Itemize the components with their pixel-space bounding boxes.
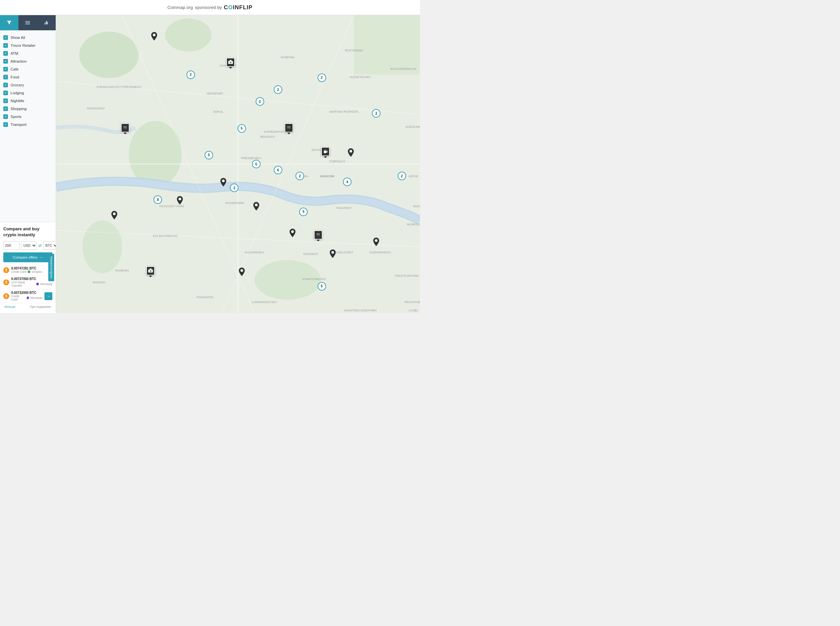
- filter-attraction[interactable]: Attraction: [3, 57, 53, 65]
- filter-grocery[interactable]: Grocery: [3, 81, 53, 89]
- offer-amount-2: 0.00737000 BTC: [11, 277, 52, 281]
- crypto-widget: Reward program 💬 Compare and buy crypto …: [0, 222, 56, 313]
- filter-atm[interactable]: ATM: [3, 49, 53, 57]
- map-pin-7[interactable]: [253, 202, 259, 212]
- map-pin-2[interactable]: [121, 123, 130, 135]
- map-cluster-6[interactable]: 5: [205, 151, 213, 160]
- filter-label-cafe: Cafe: [11, 67, 19, 71]
- map-cluster-7[interactable]: 5: [252, 160, 261, 168]
- offer-amount-3: 0.00732000 BTC: [11, 291, 42, 294]
- checkbox-grocery[interactable]: [3, 83, 8, 87]
- checkbox-nightlife[interactable]: [3, 99, 8, 103]
- map-pin-0[interactable]: [151, 32, 157, 42]
- map-pin-12[interactable]: [373, 238, 379, 247]
- svg-point-74: [317, 233, 317, 234]
- offer-amount-1: 0.00747281 BTC: [11, 266, 52, 270]
- map-cluster-13[interactable]: 8: [153, 196, 162, 204]
- map-pin-3[interactable]: [285, 123, 293, 135]
- checkbox-shopping[interactable]: [3, 106, 8, 111]
- filter-label-show-all: Show All: [11, 36, 25, 39]
- btc-icon-3: ₿: [3, 293, 9, 299]
- svg-point-76: [332, 251, 334, 254]
- map-cluster-9[interactable]: 2: [296, 172, 304, 180]
- map-cluster-12[interactable]: 2: [230, 183, 238, 192]
- offer-arrow-3[interactable]: →: [44, 292, 52, 300]
- filter-food[interactable]: Food: [3, 73, 53, 81]
- map-cluster-3[interactable]: 2: [256, 97, 264, 106]
- map-container[interactable]: LIKHOBORY MARFINO ROSTOKINO ALEXEYEVSKY …: [56, 15, 420, 313]
- map-cluster-14[interactable]: 5: [299, 208, 308, 216]
- checkbox-lodging[interactable]: [3, 91, 8, 95]
- compare-arrow-icon: →: [39, 255, 43, 259]
- compare-offers-button[interactable]: Compare offers →: [3, 252, 52, 262]
- filter-show-all[interactable]: Show All: [3, 34, 53, 42]
- map-pin-15[interactable]: [146, 266, 155, 277]
- checkbox-sports[interactable]: [3, 114, 8, 119]
- filter-shopping[interactable]: Shopping: [3, 105, 53, 113]
- map-cluster-5[interactable]: 5: [238, 124, 246, 133]
- provider-dot-moonpay-3: [27, 297, 29, 299]
- filter-label-lodging: Lodging: [11, 91, 24, 95]
- map-pin-4[interactable]: [321, 147, 330, 158]
- offer-row-3: ₿ 0.00732000 BTC Credit Card Moonpay →: [3, 289, 52, 303]
- svg-rect-2: [25, 24, 30, 24]
- checkbox-food[interactable]: [3, 75, 8, 80]
- map-pins-container: 2222255562242855: [56, 15, 420, 313]
- map-cluster-2[interactable]: 2: [274, 85, 282, 94]
- filter-label-atm: ATM: [11, 52, 18, 55]
- filter-nightlife[interactable]: Nightlife: [3, 97, 53, 105]
- offer-details-2: 0.00737000 BTC ACH Bank Transfer Moonpay: [11, 277, 52, 287]
- map-cluster-15[interactable]: 5: [318, 282, 326, 291]
- map-pin-8[interactable]: [111, 211, 117, 221]
- tab-thumbs[interactable]: [37, 15, 56, 30]
- crypto-title: Compare and buy crypto instantly: [3, 226, 52, 238]
- checkbox-show-all[interactable]: [3, 35, 8, 40]
- tab-list[interactable]: [19, 15, 37, 30]
- map-pin-9[interactable]: [289, 228, 296, 238]
- checkbox-atm[interactable]: [3, 51, 8, 56]
- checkbox-transport[interactable]: [3, 122, 8, 127]
- map-pin-13[interactable]: [221, 178, 226, 188]
- filter-trezor[interactable]: Trezor Retailer: [3, 42, 53, 49]
- offer-meta-1: Credit Card Simplex: [11, 270, 52, 274]
- map-cluster-11[interactable]: 4: [343, 178, 352, 186]
- map-pin-1[interactable]: [226, 58, 235, 69]
- crypto-amount-input[interactable]: [3, 241, 20, 250]
- svg-rect-58: [230, 60, 232, 61]
- map-pin-5[interactable]: [348, 148, 354, 158]
- filter-label-nightlife: Nightlife: [11, 99, 24, 103]
- map-pin-11[interactable]: [330, 249, 336, 259]
- filter-sports[interactable]: Sports: [3, 113, 53, 121]
- svg-point-68: [178, 198, 181, 200]
- sidebar-tabs: [0, 15, 56, 30]
- to-currency-select[interactable]: BTC ETH LTC: [43, 241, 56, 250]
- map-cluster-8[interactable]: 6: [274, 166, 282, 174]
- offer-provider-2: Moonpay: [40, 282, 52, 286]
- offer-meta-3: Credit Card Moonpay: [11, 294, 42, 301]
- tab-filter[interactable]: [0, 15, 19, 30]
- map-cluster-10[interactable]: 2: [397, 172, 406, 180]
- filter-cafe[interactable]: Cafe: [3, 65, 53, 73]
- filter-lodging[interactable]: Lodging: [3, 89, 53, 97]
- filter-label-trezor: Trezor Retailer: [11, 44, 36, 47]
- map-pin-10[interactable]: [314, 230, 322, 241]
- map-pin-6[interactable]: [177, 196, 183, 206]
- provider-dot-moonpay-2: [36, 283, 39, 285]
- svg-point-65: [287, 126, 288, 127]
- map-cluster-0[interactable]: 2: [186, 70, 195, 79]
- checkbox-attraction[interactable]: [3, 59, 8, 64]
- support-label: При поддержке: [30, 305, 51, 308]
- from-currency-select[interactable]: USD EUR GBP: [21, 241, 37, 250]
- map-cluster-4[interactable]: 2: [372, 109, 380, 117]
- checkbox-trezor[interactable]: [3, 43, 8, 48]
- reward-program-tab[interactable]: Reward program: [48, 254, 54, 281]
- swap-icon[interactable]: ⇄: [38, 243, 42, 249]
- map-pin-14[interactable]: [239, 268, 245, 277]
- filter-transport[interactable]: Transport: [3, 121, 53, 128]
- checkbox-cafe[interactable]: [3, 67, 8, 72]
- svg-point-69: [255, 203, 258, 206]
- map-cluster-1[interactable]: 2: [318, 74, 326, 82]
- more-link[interactable]: Больше: [5, 305, 16, 308]
- map-background: LIKHOBORY MARFINO ROSTOKINO ALEXEYEVSKY …: [56, 15, 420, 313]
- offer-row-1: ₿ 0.00747281 BTC Credit Card Simplex: [3, 265, 52, 275]
